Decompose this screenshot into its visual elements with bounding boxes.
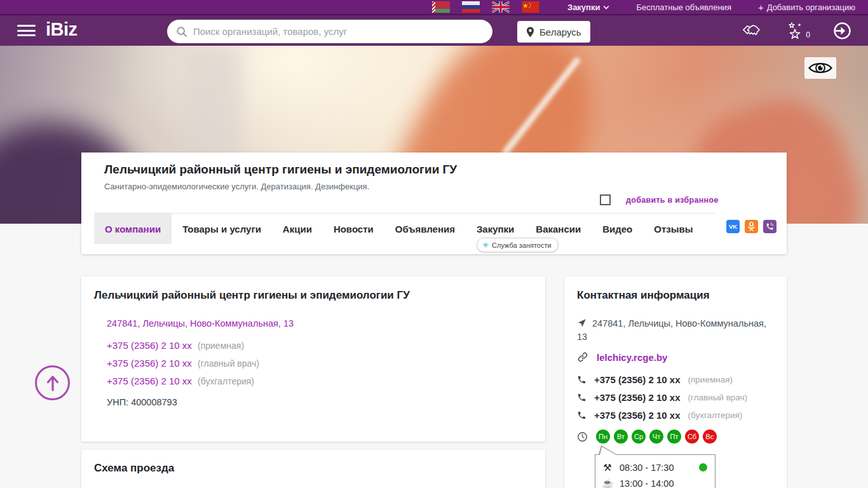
scroll-to-top-button[interactable] <box>35 365 70 400</box>
search-icon <box>176 26 187 37</box>
hamburger-menu-icon[interactable] <box>17 25 36 36</box>
partners-handshake-icon[interactable] <box>742 22 763 39</box>
link-icon <box>577 351 588 363</box>
company-tabs: О компании Товары и услуги Акции Новости… <box>94 214 704 244</box>
phone-row: +375 (2356) 2 10 xx (бухгалтерия) <box>107 376 254 386</box>
phone-note: (приемная) <box>198 341 244 351</box>
phone-icon <box>577 393 587 402</box>
contact-phone-chief-doctor[interactable]: +375 (2356) 2 10 xx <box>594 392 681 403</box>
break-hours: 13:00 - 14:00 <box>620 478 674 488</box>
tab-products[interactable]: Товары и услуги <box>172 214 272 244</box>
contact-phone-reception[interactable]: +375 (2356) 2 10 xx <box>594 374 681 385</box>
favorites-count: 0 <box>806 30 810 39</box>
open-status-dot <box>699 463 707 471</box>
tab-promotions[interactable]: Акции <box>272 214 323 244</box>
day-monday[interactable]: Пн <box>596 430 610 444</box>
map-card-title: Схема проезда <box>94 462 174 475</box>
add-to-favorites[interactable]: добавить в избранное <box>600 194 719 205</box>
social-links: VK <box>726 220 776 233</box>
location-selector[interactable]: Беларусь <box>517 21 590 43</box>
clock-icon <box>577 431 588 442</box>
tab-company[interactable]: О компании <box>94 214 172 244</box>
work-schedule: Пн Вт Ср Чт Пт Сб Вс <box>577 430 717 444</box>
procurement-label: Закупки <box>567 3 600 12</box>
work-tools-icon: ⚒ <box>602 462 613 473</box>
website-link[interactable]: lelchicy.rcge.by <box>597 352 667 363</box>
favorite-checkbox[interactable] <box>600 194 611 205</box>
contact-phone-row: +375 (2356) 2 10 xx (главный врач) <box>577 392 747 403</box>
break-hours-row: ☕ 13:00 - 14:00 <box>602 475 709 488</box>
viber-icon[interactable] <box>763 220 776 233</box>
map-pin-icon <box>526 27 534 37</box>
phone-note: (главный врач) <box>198 358 259 369</box>
unp-value: 400008793 <box>131 397 177 407</box>
phone-link-accounting[interactable]: +375 (2356) 2 10 xx <box>107 376 192 386</box>
add-organization-link[interactable]: + Добавить организацию <box>758 2 855 13</box>
flag-russia-icon[interactable] <box>462 1 480 13</box>
phone-note: (бухгалтерия) <box>688 410 743 420</box>
language-flags <box>432 1 539 13</box>
employment-asterisk-icon: ✳ <box>482 241 489 250</box>
phone-note: (бухгалтерия) <box>198 376 254 386</box>
phone-icon <box>577 375 587 384</box>
views-eye-button[interactable] <box>804 57 836 79</box>
day-friday[interactable]: Пт <box>667 430 681 444</box>
free-ads-link[interactable]: Бесплатные объявления <box>636 3 731 12</box>
location-label: Беларусь <box>539 27 581 37</box>
flag-belarus-icon[interactable] <box>432 1 450 13</box>
work-hours-row: ⚒ 08:30 - 17:30 <box>602 459 709 475</box>
search-input[interactable] <box>193 26 484 37</box>
contact-phone-row: +375 (2356) 2 10 xx (приемная) <box>577 374 733 385</box>
company-header-card: Лельчицкий районный центр гигиены и эпид… <box>81 152 787 254</box>
plus-icon: + <box>758 2 764 13</box>
search-bar <box>167 20 492 43</box>
phone-row: +375 (2356) 2 10 xx (приемная) <box>107 340 244 351</box>
tab-video[interactable]: Видео <box>592 214 643 244</box>
day-thursday[interactable]: Чт <box>649 430 663 444</box>
navigation-arrow-icon <box>577 318 587 328</box>
unp-number: УНП: 400008793 <box>107 397 177 407</box>
vk-icon[interactable]: VK <box>726 220 740 233</box>
about-card-title: Лельчицкий районный центр гигиены и эпид… <box>94 289 410 302</box>
company-subtitle: Санитарно-эпидемиологические услуги. Дер… <box>104 182 369 191</box>
employment-service-badge[interactable]: ✳ Служба занятости <box>477 238 559 252</box>
coffee-cup-icon: ☕ <box>602 478 613 488</box>
top-bar: Закупки Бесплатные объявления + Добавить… <box>0 0 868 15</box>
tab-news[interactable]: Новости <box>323 214 384 244</box>
company-address-link[interactable]: 247841, Лельчицы, Ново-Коммунальная, 13 <box>107 318 294 329</box>
procurement-menu[interactable]: Закупки <box>567 3 609 12</box>
odnoklassniki-icon[interactable] <box>745 220 758 233</box>
employment-badge-label: Служба занятости <box>492 241 552 249</box>
chevron-down-icon <box>603 5 609 10</box>
about-card: Лельчицкий районный центр гигиены и эпид… <box>81 276 545 442</box>
site-logo[interactable]: iBiz <box>46 19 78 40</box>
favorite-label: добавить в избранное <box>626 196 719 205</box>
day-sunday[interactable]: Вс <box>703 430 717 444</box>
tab-announcements[interactable]: Объявления <box>384 214 466 244</box>
phone-row: +375 (2356) 2 10 xx (главный врач) <box>107 358 259 369</box>
map-card: Схема проезда <box>81 450 545 488</box>
flag-uk-icon[interactable] <box>492 1 510 13</box>
contact-card-title: Контактная информация <box>577 289 710 302</box>
login-icon[interactable] <box>833 22 851 40</box>
day-tuesday[interactable]: Вт <box>614 430 628 444</box>
main-header: iBiz Беларусь 0 <box>0 15 868 46</box>
phone-note: (главный врач) <box>688 393 748 402</box>
favorites-stars-icon[interactable]: 0 <box>785 22 810 39</box>
phone-note: (приемная) <box>688 375 733 384</box>
phone-link-chief-doctor[interactable]: +375 (2356) 2 10 xx <box>107 358 192 369</box>
work-hours: 08:30 - 17:30 <box>620 463 674 473</box>
company-title: Лельчицкий районный центр гигиены и эпид… <box>104 163 457 177</box>
phone-icon <box>577 410 587 420</box>
phone-link-reception[interactable]: +375 (2356) 2 10 xx <box>107 340 192 351</box>
unp-label: УНП: <box>107 397 128 407</box>
contact-phone-row: +375 (2356) 2 10 xx (бухгалтерия) <box>577 410 742 421</box>
contact-phone-accounting[interactable]: +375 (2356) 2 10 xx <box>594 410 681 421</box>
contact-info-card: Контактная информация 247841, Лельчицы, … <box>564 276 787 488</box>
eye-icon <box>808 60 833 76</box>
day-saturday[interactable]: Сб <box>685 430 699 444</box>
arrow-up-icon <box>44 374 61 392</box>
day-wednesday[interactable]: Ср <box>632 430 646 444</box>
flag-china-icon[interactable] <box>522 1 539 13</box>
tab-reviews[interactable]: Отзывы <box>643 214 703 244</box>
